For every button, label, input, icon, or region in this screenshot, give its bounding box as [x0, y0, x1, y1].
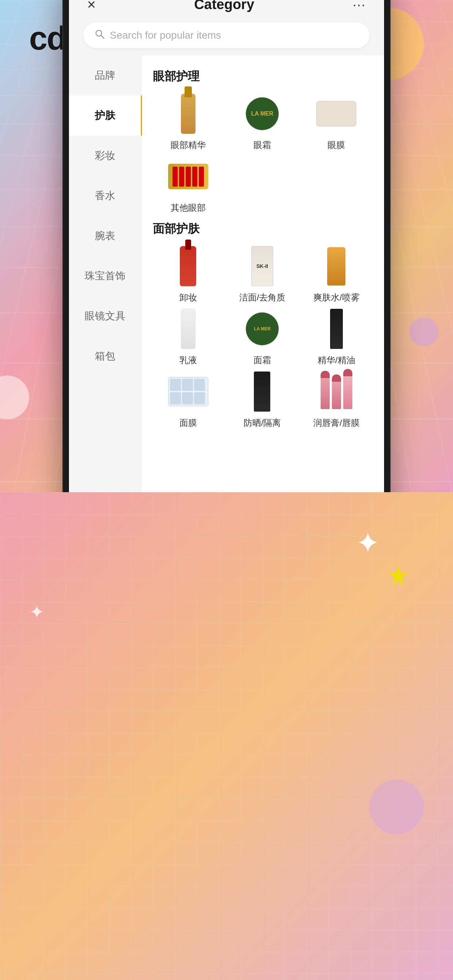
face-care-grid: 卸妆 SK-II 洁面/去角质: [153, 244, 373, 429]
product-face-cream-img: LA MER: [240, 307, 284, 351]
mask-sheet-visual: [168, 377, 208, 406]
product-eye-serum-img: [166, 92, 210, 135]
product-sunscreen[interactable]: 防晒/隔离: [227, 370, 297, 429]
product-face-cream-label: 面霜: [254, 355, 271, 366]
close-button[interactable]: ×: [87, 0, 96, 13]
toner-visual: [327, 247, 345, 285]
product-lotion[interactable]: 乳液: [153, 307, 223, 366]
search-placeholder: Search for popular items: [110, 30, 221, 41]
app-screen: × Category ··· S: [69, 0, 384, 492]
product-mask-sheet[interactable]: 面膜: [153, 370, 223, 429]
eye-care-grid: 眼部精华 LA MER 眼霜: [153, 92, 373, 214]
product-essence-img: [314, 307, 358, 351]
product-lotion-img: [166, 307, 210, 351]
face-cream-visual: LA MER: [246, 312, 279, 345]
phone-container: × Category ··· S: [62, 0, 391, 492]
other-eye-visual: [168, 164, 208, 189]
product-essence-label: 精华/精油: [318, 355, 355, 366]
product-other-eye-img: [166, 154, 210, 198]
top-bar: × Category ···: [69, 0, 384, 16]
product-eye-cream-label: 眼霜: [254, 139, 271, 151]
more-button[interactable]: ···: [353, 0, 366, 13]
product-other-eye[interactable]: 其他眼部: [153, 154, 223, 214]
product-other-eye-label: 其他眼部: [171, 202, 206, 214]
product-toner-img: [314, 244, 358, 288]
product-face-wash-img: SK-II: [240, 244, 284, 288]
product-eye-serum-label: 眼部精华: [171, 139, 206, 151]
sidebar-item-xiangbao[interactable]: 箱包: [69, 336, 142, 376]
product-mask-sheet-img: [166, 370, 210, 414]
decoration-blob3: [409, 317, 439, 346]
section-title-face-care: 面部护肤: [153, 221, 373, 237]
phone-inner: × Category ··· S: [69, 0, 384, 492]
sidebar-item-hufu[interactable]: 护肤: [69, 95, 142, 135]
product-cleanser-img: [166, 244, 210, 288]
essence-visual: [330, 309, 343, 349]
search-icon: [94, 29, 105, 41]
face-wash-visual: SK-II: [251, 246, 273, 286]
section-title-eye-care: 眼部护理: [153, 68, 373, 84]
search-bar[interactable]: Search for popular items: [83, 22, 370, 48]
product-mask-sheet-label: 面膜: [179, 417, 197, 429]
product-eye-mask-label: 眼膜: [327, 139, 345, 151]
lotion-visual: [181, 309, 196, 349]
page-wrapper: cdf 中免 集团 ក្រុមហ៊ុន ជាយណចកា ស្វ័យព្រៃ ស្…: [0, 0, 453, 980]
product-cleanser-label: 卸妆: [179, 292, 197, 303]
product-lotion-label: 乳液: [179, 355, 197, 366]
sparkle-star1: ✦: [356, 529, 380, 558]
eye-mask-visual: [316, 101, 356, 127]
product-cleanser[interactable]: 卸妆: [153, 244, 223, 303]
product-lip-balm[interactable]: 润唇膏/唇膜: [301, 370, 372, 429]
sparkle-star2: ✦: [29, 601, 45, 623]
sidebar-item-yanjingwenju[interactable]: 眼镜文具: [69, 296, 142, 336]
sunscreen-visual: [254, 372, 270, 412]
content-area: 品牌 护肤 彩妆 香水: [69, 56, 384, 492]
product-sunscreen-img: [240, 370, 284, 414]
page-title: Category: [194, 0, 254, 13]
product-face-wash-label: 洁面/去角质: [239, 292, 286, 303]
sidebar-item-xiangshui[interactable]: 香水: [69, 176, 142, 216]
lip-balm-visual: [321, 374, 353, 409]
product-face-cream[interactable]: LA MER 面霜: [227, 307, 297, 366]
eye-cream-visual: LA MER: [246, 97, 279, 130]
product-lip-balm-label: 润唇膏/唇膜: [313, 417, 360, 429]
sidebar-item-caizhuang[interactable]: 彩妆: [69, 135, 142, 176]
product-eye-cream[interactable]: LA MER 眼霜: [227, 92, 297, 151]
product-face-wash[interactable]: SK-II 洁面/去角质: [227, 244, 297, 303]
product-toner[interactable]: 爽肤水/喷雾: [301, 244, 372, 303]
decoration-blob2: [0, 375, 29, 419]
sidebar-item-zhubaoshouji[interactable]: 珠宝首饰: [69, 256, 142, 296]
phone-outer: × Category ··· S: [62, 0, 391, 492]
main-product-content: 眼部护理 眼部精华: [142, 56, 384, 492]
cleanser-visual: [180, 246, 196, 286]
product-eye-cream-img: LA MER: [240, 92, 284, 135]
product-essence[interactable]: 精华/精油: [301, 307, 372, 366]
product-eye-serum[interactable]: 眼部精华: [153, 92, 223, 151]
bottom-decorative-area: ✦ ✦: [0, 492, 453, 980]
svg-line-1: [101, 35, 104, 38]
decoration-circle: [369, 780, 424, 834]
sidebar: 品牌 护肤 彩妆 香水: [69, 56, 142, 492]
sidebar-item-waobiao[interactable]: 腕表: [69, 216, 142, 256]
eye-serum-visual: [181, 94, 196, 134]
sidebar-item-pinpai[interactable]: 品牌: [69, 56, 142, 95]
product-lip-balm-img: [314, 370, 358, 414]
product-toner-label: 爽肤水/喷雾: [313, 292, 360, 303]
product-sunscreen-label: 防晒/隔离: [244, 417, 281, 429]
product-eye-mask[interactable]: 眼膜: [301, 92, 372, 151]
product-eye-mask-img: [314, 92, 358, 135]
background-area: cdf 中免 集团 ក្រុមហ៊ុន ជាយណចកា ស្វ័យព្រៃ ស្…: [0, 0, 453, 492]
sparkle-gold: [388, 565, 409, 587]
